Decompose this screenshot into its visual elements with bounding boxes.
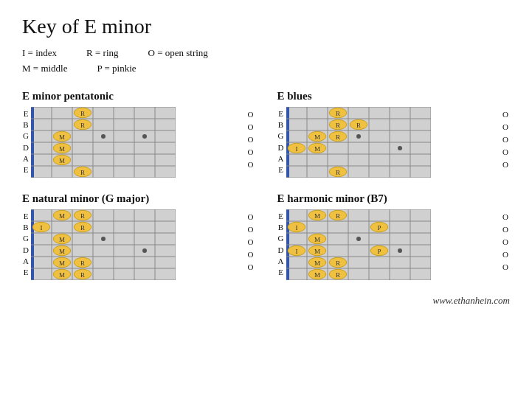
string-label: G <box>277 234 285 243</box>
diagram-e-blues: E bluesEBGDAERRRMRIMROOOOO <box>277 90 511 178</box>
fretboard-e-natural-minor: EBGDAEMRIRMMMRMROOOOO <box>22 209 255 280</box>
diagram-e-minor-pentatonic: E minor pentatonicEBGDAERRMMMROOOOO <box>22 90 255 178</box>
string-label: B <box>277 121 285 129</box>
open-string-label: O <box>501 161 510 169</box>
string-label: G <box>22 234 30 243</box>
svg-text:M: M <box>59 157 65 164</box>
diagram-e-harmonic-minor: E harmonic minor (B7)EBGDAEMRIPMIMPMRMRO… <box>277 192 511 280</box>
diagram-title-e-natural-minor: E natural minor (G major) <box>22 192 255 205</box>
svg-text:M: M <box>59 212 65 220</box>
svg-text:R: R <box>80 224 85 231</box>
string-label: E <box>277 166 285 174</box>
svg-point-18 <box>142 134 147 139</box>
fretboard-e-harmonic-minor: EBGDAEMRIPMIMPMRMROOOOO <box>277 209 511 280</box>
svg-point-123 <box>398 248 402 253</box>
svg-point-122 <box>356 237 361 241</box>
string-label: E <box>277 212 285 220</box>
svg-text:I: I <box>295 248 297 255</box>
svg-point-49 <box>398 146 402 150</box>
legend-pinkie: P = pinkie <box>97 61 137 77</box>
string-label: E <box>22 110 30 118</box>
svg-text:M: M <box>59 271 65 279</box>
svg-text:M: M <box>59 145 65 153</box>
diagram-title-e-harmonic-minor: E harmonic minor (B7) <box>277 192 511 205</box>
svg-text:M: M <box>59 248 65 255</box>
svg-text:R: R <box>335 212 339 220</box>
svg-text:R: R <box>80 212 85 220</box>
open-string-label: O <box>501 136 510 144</box>
svg-text:I: I <box>295 145 297 153</box>
svg-text:R: R <box>335 169 339 176</box>
open-string-label: O <box>246 238 255 246</box>
open-string-label: O <box>501 226 510 234</box>
legend-middle: M = middle <box>22 61 68 77</box>
svg-text:M: M <box>314 145 319 153</box>
page-title: Key of E minor <box>22 15 510 38</box>
diagram-title-e-minor-pentatonic: E minor pentatonic <box>22 90 255 102</box>
svg-text:R: R <box>80 271 85 279</box>
string-label: G <box>22 132 30 140</box>
string-label: E <box>22 268 30 276</box>
string-label: A <box>277 257 285 265</box>
string-label: A <box>22 155 30 163</box>
svg-text:R: R <box>335 259 339 267</box>
svg-point-84 <box>142 248 147 253</box>
diagram-e-natural-minor: E natural minor (G major)EBGDAEMRIRMMMRM… <box>22 192 255 280</box>
svg-text:I: I <box>295 224 297 231</box>
svg-text:R: R <box>335 122 339 129</box>
fretboard-e-minor-pentatonic: EBGDAERRMMMROOOOO <box>22 107 255 178</box>
diagrams-row-1: E minor pentatonicEBGDAERRMMMROOOOOE blu… <box>22 90 510 178</box>
open-string-label: O <box>246 251 255 259</box>
svg-text:R: R <box>80 122 85 129</box>
open-string-label: O <box>246 148 255 156</box>
svg-text:R: R <box>335 271 339 279</box>
open-string-label: O <box>246 226 255 234</box>
svg-text:P: P <box>377 248 381 255</box>
svg-text:M: M <box>314 236 319 243</box>
svg-text:M: M <box>59 236 65 243</box>
string-label: D <box>22 246 30 254</box>
string-label: A <box>22 257 30 265</box>
fretboard-e-blues: EBGDAERRRMRIMROOOOO <box>277 107 511 178</box>
open-string-label: O <box>246 213 255 221</box>
svg-text:M: M <box>314 133 319 141</box>
string-label: D <box>277 144 285 152</box>
open-string-label: O <box>501 123 510 131</box>
svg-text:M: M <box>314 248 319 255</box>
string-label: B <box>277 223 285 231</box>
svg-point-48 <box>356 134 361 139</box>
open-string-label: O <box>246 161 255 169</box>
open-string-label: O <box>501 251 510 259</box>
string-label: B <box>22 223 30 231</box>
svg-text:M: M <box>314 212 319 220</box>
open-string-label: O <box>501 148 510 156</box>
svg-text:M: M <box>314 271 319 279</box>
open-string-label: O <box>246 111 255 119</box>
svg-text:M: M <box>59 259 65 267</box>
svg-text:R: R <box>356 122 360 129</box>
svg-text:M: M <box>314 259 319 267</box>
svg-text:I: I <box>41 224 43 231</box>
svg-point-83 <box>101 237 106 241</box>
open-string-label: O <box>246 136 255 144</box>
open-string-label: O <box>246 263 255 271</box>
string-label: B <box>22 121 30 129</box>
svg-text:M: M <box>59 133 65 141</box>
string-label: E <box>277 110 285 118</box>
svg-text:R: R <box>80 110 85 117</box>
diagrams-row-2: E natural minor (G major)EBGDAEMRIRMMMRM… <box>22 192 510 280</box>
open-string-label: O <box>246 123 255 131</box>
website-label: www.ethanhein.com <box>22 295 510 307</box>
string-label: D <box>22 144 30 152</box>
diagram-title-e-blues: E blues <box>277 90 511 102</box>
svg-text:R: R <box>80 259 85 267</box>
legend-open: O = open string <box>148 46 208 61</box>
legend-ring: R = ring <box>86 46 118 61</box>
svg-text:R: R <box>80 169 85 176</box>
string-label: A <box>277 155 285 163</box>
string-label: E <box>22 212 30 220</box>
string-label: E <box>277 268 285 276</box>
legend: I = index R = ring O = open string M = m… <box>22 46 510 77</box>
string-label: E <box>22 166 30 174</box>
svg-point-17 <box>101 134 106 139</box>
